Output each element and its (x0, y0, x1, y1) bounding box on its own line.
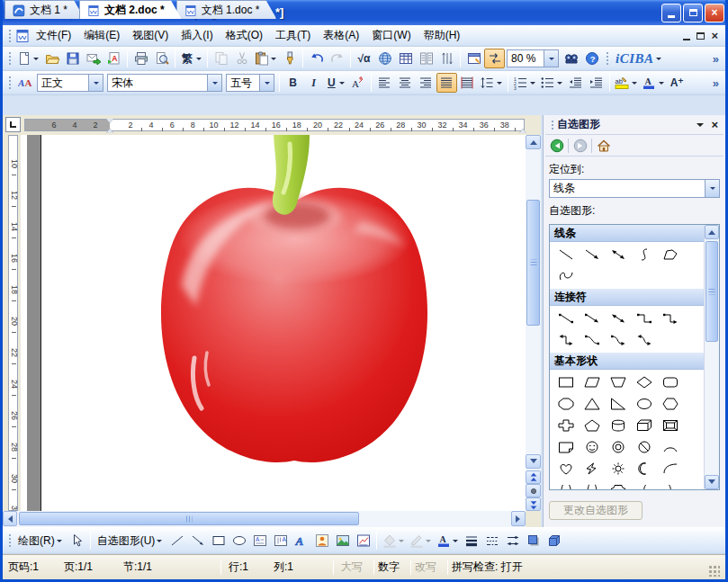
pentagon-shape[interactable] (579, 415, 605, 436)
dropdown-arrow-icon[interactable] (557, 82, 562, 87)
can-shape[interactable] (605, 415, 631, 436)
bevel-shape[interactable] (657, 415, 683, 436)
page-canvas[interactable] (21, 135, 526, 511)
line-spacing-button[interactable] (478, 73, 505, 93)
zoom-combo[interactable]: 80 % (507, 49, 559, 67)
scroll-down-button[interactable] (526, 454, 541, 469)
arrow-style-button[interactable] (502, 531, 523, 551)
right-triangle-shape[interactable] (605, 393, 631, 415)
export-pdf-button[interactable]: A (103, 49, 124, 68)
folded-corner-shape[interactable] (553, 436, 579, 458)
highlight-color-button[interactable]: ab (613, 73, 640, 93)
select-objects-button[interactable] (67, 531, 87, 551)
draw-font-color-button[interactable]: A (434, 531, 461, 551)
toolbar-overflow-button[interactable]: » (708, 52, 724, 66)
insert-table-button[interactable] (395, 49, 416, 68)
insert-vertical-text-box-button[interactable]: A (270, 531, 291, 551)
arc-shape[interactable] (657, 436, 683, 458)
arrow-shape[interactable] (579, 244, 605, 265)
listbox-scroll-up-button[interactable] (705, 225, 719, 239)
pane-close-icon[interactable]: × (711, 120, 718, 130)
redo-button[interactable] (327, 49, 347, 68)
align-left-button[interactable] (374, 73, 395, 93)
vertical-scrollbar[interactable] (526, 135, 541, 511)
dropdown-arrow-icon[interactable] (339, 82, 345, 87)
insert-picture-button[interactable] (332, 531, 353, 551)
toolbar-grip[interactable] (605, 50, 609, 67)
grow-font-button[interactable]: A⁺ (667, 73, 688, 93)
smiley-shape[interactable] (579, 436, 605, 458)
connector-straight-double-shape[interactable] (605, 308, 631, 329)
select-browse-object-button[interactable] (526, 484, 541, 497)
dropdown-arrow-icon[interactable] (656, 58, 661, 63)
insert-diagram-button[interactable] (353, 531, 373, 551)
menubar-grip[interactable] (7, 28, 12, 44)
underline-button[interactable]: U (324, 73, 347, 93)
left-bracket-shape[interactable] (631, 479, 657, 489)
connector-elbow-arrow-shape[interactable] (657, 308, 683, 329)
help-button[interactable]: ? (581, 49, 602, 68)
bold-button[interactable]: B (283, 73, 303, 93)
rectangle-shape[interactable] (553, 372, 579, 393)
goto-combo[interactable]: 线条 (549, 179, 720, 198)
copy-button[interactable] (211, 49, 231, 68)
hexagon-shape[interactable] (657, 393, 683, 415)
menu-item-7[interactable]: 窗口(W) (365, 25, 417, 46)
back-icon[interactable] (549, 138, 564, 153)
connector-straight-arrow-shape[interactable] (579, 308, 605, 329)
connector-curved-double-shape[interactable] (631, 329, 657, 351)
connector-elbow-double-shape[interactable] (553, 329, 579, 351)
scribble-shape[interactable] (553, 265, 579, 287)
style-combo-dropdown[interactable] (88, 75, 103, 91)
toolbar-overflow-button[interactable]: » (708, 76, 724, 90)
line-color-button[interactable] (407, 531, 434, 551)
horizontal-scrollbar[interactable] (3, 511, 526, 527)
draw-rectangle-button[interactable] (208, 531, 229, 551)
cross-shape[interactable] (553, 415, 579, 436)
dropdown-arrow-icon[interactable] (33, 58, 39, 63)
draw-arrow-button[interactable] (187, 531, 208, 551)
styles-and-formatting-button[interactable]: AA (14, 73, 35, 93)
italic-button[interactable]: I (303, 73, 324, 93)
doc-close-icon[interactable]: × (711, 31, 718, 40)
rounded-rectangle-shape[interactable] (657, 372, 683, 393)
dropdown-arrow-icon[interactable] (453, 540, 458, 545)
no-symbol-shape[interactable] (631, 436, 657, 458)
connector-curved-shape[interactable] (579, 329, 605, 351)
vertical-ruler[interactable]: 101214161820222426283032 (5, 135, 21, 511)
new-document-button[interactable] (14, 49, 41, 68)
lightning-shape[interactable] (579, 458, 605, 479)
connector-straight-shape[interactable] (553, 308, 579, 329)
fill-color-button[interactable] (380, 531, 407, 551)
autoshapes-listbox[interactable]: 线条连接符基本形状 (549, 224, 720, 490)
menu-item-8[interactable]: 帮助(H) (418, 25, 467, 46)
document-tab-1[interactable]: 文档 1 * (4, 0, 85, 19)
line-style-button[interactable] (461, 531, 481, 551)
parallelogram-shape[interactable] (579, 372, 605, 393)
toolbar-grip[interactable] (7, 50, 12, 67)
scroll-left-button[interactable] (3, 511, 17, 526)
toolbar-grip[interactable] (7, 75, 12, 91)
double-bracket-shape[interactable] (553, 479, 579, 489)
sun-shape[interactable] (605, 458, 631, 479)
forward-icon[interactable] (572, 138, 588, 153)
menu-item-6[interactable]: 表格(A) (317, 25, 365, 46)
zoom-combo-dropdown[interactable] (544, 50, 558, 67)
style-combo[interactable]: 正文 (37, 74, 103, 92)
vertical-scroll-thumb[interactable] (526, 200, 540, 326)
curve-shape[interactable] (631, 244, 657, 265)
dropdown-arrow-icon[interactable] (271, 58, 276, 63)
oval-shape[interactable] (631, 393, 657, 415)
listbox-scroll-thumb[interactable] (706, 241, 718, 342)
double-brace-shape[interactable] (579, 479, 605, 489)
increase-indent-button[interactable] (586, 73, 607, 93)
dropdown-arrow-icon[interactable] (426, 540, 431, 545)
draw-line-button[interactable] (166, 531, 187, 551)
align-right-button[interactable] (416, 73, 436, 93)
iciba-logo[interactable]: iCIBA (612, 51, 666, 67)
menu-item-1[interactable]: 编辑(E) (77, 25, 126, 46)
donut-shape[interactable] (605, 436, 631, 458)
font-color-button[interactable]: A (640, 73, 667, 93)
moon-shape[interactable] (631, 458, 657, 479)
dropdown-arrow-icon[interactable] (632, 82, 637, 87)
